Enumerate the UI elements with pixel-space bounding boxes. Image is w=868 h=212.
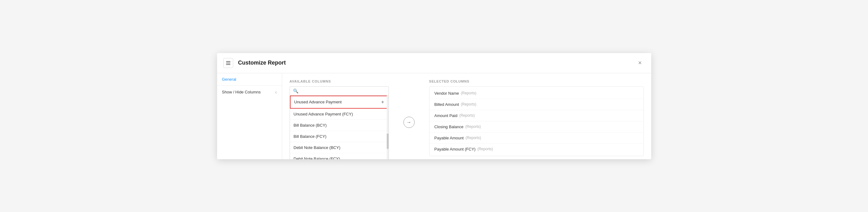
add-icon: +: [381, 99, 384, 105]
selected-item-name: Payable Amount: [434, 135, 464, 140]
sidebar-item-general[interactable]: General: [217, 73, 282, 85]
column-item-label: Debit Note Balance (BCY): [294, 145, 341, 150]
modal-body: General Show / Hide Columns ‹ AVAILABLE …: [217, 73, 651, 159]
list-item[interactable]: Bill Balance (FCY): [290, 131, 389, 142]
modal-title: Customize Report: [238, 60, 635, 66]
customize-report-modal: Customize Report × General Show / Hide C…: [217, 53, 651, 159]
list-item[interactable]: Payable Amount (FCY) (Reports): [430, 144, 644, 155]
selected-item-name: Billed Amount: [434, 102, 459, 107]
list-item[interactable]: Amount Paid (Reports): [430, 110, 644, 121]
list-item[interactable]: Billed Amount (Reports): [430, 99, 644, 110]
list-item[interactable]: Bill Balance (BCY): [290, 120, 389, 131]
arrow-right-icon: →: [407, 120, 411, 125]
column-item-label: Debit Note Balance (FCY): [294, 156, 340, 159]
list-item[interactable]: Debit Note Balance (FCY): [290, 153, 389, 159]
selected-columns-list: Vendor Name (Reports) Billed Amount (Rep…: [429, 86, 644, 156]
search-icon: 🔍: [293, 88, 298, 93]
available-columns-list: Unused Advance Payment + Unused Advance …: [290, 95, 389, 159]
list-item[interactable]: Closing Balance (Reports): [430, 121, 644, 132]
chevron-left-icon: ‹: [275, 89, 277, 95]
scrollbar-track: [387, 96, 389, 159]
search-box: 🔍: [290, 86, 389, 95]
selected-item-source: (Reports): [465, 124, 481, 129]
arrow-section: →: [401, 80, 417, 153]
column-item-label: Unused Advance Payment (FCY): [294, 112, 353, 116]
list-item[interactable]: Debit Note Balance (BCY): [290, 142, 389, 153]
column-item-label: Unused Advance Payment: [294, 100, 342, 104]
available-columns-section: AVAILABLE COLUMNS 🔍 Unused Advance Payme…: [290, 80, 389, 153]
selected-item-source: (Reports): [465, 135, 481, 140]
selected-item-source: (Reports): [459, 113, 475, 118]
modal-header: Customize Report ×: [217, 53, 651, 73]
selected-item-source: (Reports): [461, 91, 476, 95]
list-item[interactable]: Payable Amount (Reports): [430, 132, 644, 144]
move-to-selected-button[interactable]: →: [403, 117, 414, 128]
selected-item-name: Vendor Name: [434, 91, 459, 96]
sidebar: General Show / Hide Columns ‹: [217, 73, 282, 159]
available-columns-label: AVAILABLE COLUMNS: [290, 80, 389, 83]
content-area: AVAILABLE COLUMNS 🔍 Unused Advance Payme…: [282, 73, 651, 159]
selected-item-name: Payable Amount (FCY): [434, 147, 476, 151]
selected-item-source: (Reports): [461, 102, 476, 107]
sidebar-item-general-label: General: [222, 77, 236, 82]
list-item[interactable]: Unused Advance Payment +: [290, 96, 389, 109]
column-item-label: Bill Balance (BCY): [294, 123, 327, 128]
selected-item-source: (Reports): [477, 147, 493, 151]
hamburger-icon: [226, 61, 230, 65]
list-item[interactable]: Unused Advance Payment (FCY): [290, 109, 389, 120]
selected-item-name: Closing Balance: [434, 124, 464, 129]
close-button[interactable]: ×: [635, 58, 645, 68]
scrollbar-thumb[interactable]: [387, 133, 389, 149]
column-item-label: Bill Balance (FCY): [294, 134, 327, 139]
sidebar-item-show-hide-columns[interactable]: Show / Hide Columns ‹: [217, 85, 282, 99]
selected-item-name: Amount Paid: [434, 113, 457, 118]
sidebar-item-show-hide-label: Show / Hide Columns: [222, 90, 261, 94]
search-input[interactable]: [301, 88, 385, 93]
selected-columns-label: SELECTED COLUMNS: [429, 80, 644, 83]
list-item[interactable]: Vendor Name (Reports): [430, 88, 644, 99]
hamburger-button[interactable]: [223, 58, 233, 68]
selected-columns-section: SELECTED COLUMNS Vendor Name (Reports) B…: [429, 80, 644, 153]
